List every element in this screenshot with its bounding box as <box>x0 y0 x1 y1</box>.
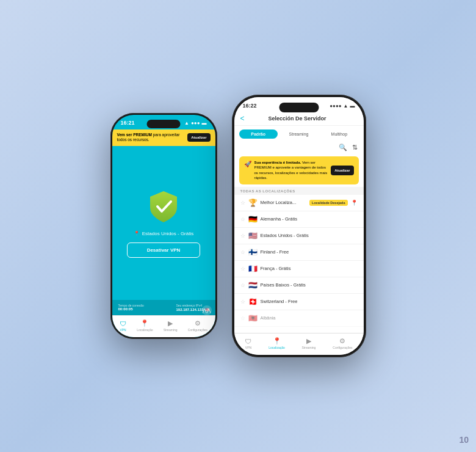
time-left: 16:21 <box>121 120 135 126</box>
star-icon-3[interactable]: ☆ <box>240 249 245 255</box>
server-item-nl[interactable]: ☆ 🇳🇱 Países Baixos - Grátis <box>234 277 364 294</box>
tab-location-right[interactable]: 📍 Localização <box>266 337 287 350</box>
filter-tabs-right: Padrão Streaming Multihop <box>234 126 364 142</box>
server-item-best[interactable]: ☆ 🏆 Melhor Localiza... Localidade Deseja… <box>234 195 364 211</box>
tab-bar-right: 🛡 VPN 📍 Localização ▶ Streaming ⚙ Config… <box>234 333 364 355</box>
tab-streaming-left[interactable]: ▶ Streaming <box>161 319 180 332</box>
connection-time: Tempo de conexão 00:00:05 <box>118 304 144 312</box>
status-icons-left: ▲ ●●● ▬ <box>184 120 206 126</box>
server-name-2: Estados Unidos - Grátis <box>261 233 358 238</box>
watermark: 10 <box>459 435 469 445</box>
location-label-left: Estados Unidos - Grátis <box>142 231 193 236</box>
section-label: TODAS AS LOCALIZAÇÕES <box>234 187 364 195</box>
right-phone: 16:22 ●●●● ▲ ▬ < Selección De Servidor P… <box>232 95 366 357</box>
flag-6: 🇨🇭 <box>248 297 258 306</box>
server-name-5: Países Baixos - Grátis <box>261 282 358 288</box>
badge-desejada: Localidade Desejada <box>309 200 347 206</box>
pin-icon-0[interactable]: 📍 <box>351 200 358 206</box>
streaming-icon-right: ▶ <box>306 337 311 345</box>
server-name-6: Switzerland - Free <box>261 299 358 304</box>
back-button[interactable]: < <box>240 114 245 123</box>
tab-streaming-right[interactable]: ▶ Streaming <box>300 337 319 350</box>
settings-icon-right: ⚙ <box>339 337 345 345</box>
flag-3: 🇫🇮 <box>248 248 258 257</box>
time-right: 16:22 <box>243 103 257 109</box>
server-name-0: Melhor Localiza... <box>261 200 307 205</box>
banner-text-left: Vem ser PREMIUM para aproveitar todos os… <box>117 133 186 143</box>
tab-vpn-left[interactable]: 🛡 VPN <box>117 319 129 332</box>
tab-streaming[interactable]: Streaming <box>279 129 318 139</box>
star-icon-5[interactable]: ☆ <box>240 282 245 288</box>
flag-0: 🏆 <box>248 199 258 207</box>
atualizar-button-right[interactable]: Atualizar <box>331 166 353 175</box>
rocket-icon: 🚀 <box>244 160 251 169</box>
flag-2: 🇺🇸 <box>248 231 258 240</box>
tab-vpn-right[interactable]: 🛡 VPN <box>242 337 254 350</box>
sort-icon[interactable]: ⇅ <box>352 144 358 151</box>
tab-settings-left[interactable]: ⚙ Configurações <box>186 319 210 332</box>
server-name-7: Albânia <box>261 315 358 321</box>
star-icon-4[interactable]: ☆ <box>240 266 245 272</box>
settings-icon: ⚙ <box>195 319 201 327</box>
server-item-de[interactable]: ☆ 🇩🇪 Alemanha - Grátis <box>234 211 364 228</box>
tab-padrao[interactable]: Padrão <box>239 129 278 139</box>
tab-bar-left: 🛡 VPN 📍 Localização ▶ Streaming ⚙ Config… <box>112 315 215 337</box>
star-icon-6[interactable]: ☆ <box>240 299 245 305</box>
vpn-icon: 🛡 <box>120 320 126 327</box>
search-sort-row: 🔍 ⇅ <box>234 142 364 154</box>
dynamic-island <box>147 120 181 128</box>
nav-header-right: < Selección De Servidor <box>234 112 364 126</box>
tab-multihop[interactable]: Multihop <box>320 129 358 139</box>
shield-icon <box>145 188 182 225</box>
location-display-left: 📍 Estados Unidos - Grátis <box>134 231 193 236</box>
dynamic-island-right <box>279 103 319 112</box>
server-item-us[interactable]: ☆ 🇺🇸 Estados Unidos - Grátis <box>234 228 364 244</box>
server-item-fi[interactable]: ☆ 🇫🇮 Finland - Free <box>234 244 364 261</box>
flag-1: 🇩🇪 <box>248 215 258 224</box>
main-content-left: 📍 Estados Unidos - Grátis Desativar VPN <box>112 146 215 300</box>
server-name-4: França - Grátis <box>261 266 358 271</box>
left-phone: 16:21 ▲ ●●● ▬ Vem ser PREMIUM para aprov… <box>110 113 217 339</box>
premium-banner-right: 🚀 Sua experiência é limitada. Vem ser PR… <box>239 156 359 184</box>
server-list: ☆ 🏆 Melhor Localiza... Localidade Deseja… <box>234 195 364 333</box>
star-icon-0[interactable]: ☆ <box>240 200 245 206</box>
server-item-al[interactable]: ☆ 🇦🇱 Albânia <box>234 310 364 327</box>
location-icon-right: 📍 <box>273 337 281 345</box>
atualizar-button-left[interactable]: Atualizar <box>187 133 210 142</box>
location-icon: 📍 <box>140 319 149 327</box>
star-icon-2[interactable]: ☆ <box>240 233 245 239</box>
flag-4: 🇫🇷 <box>248 264 258 273</box>
search-icon[interactable]: 🔍 <box>339 144 347 151</box>
server-item-ch[interactable]: ☆ 🇨🇭 Switzerland - Free <box>234 294 364 310</box>
tab-settings-right[interactable]: ⚙ Configurações <box>330 337 355 350</box>
server-name-3: Finland - Free <box>261 249 358 255</box>
tab-location-left[interactable]: 📍 Localização <box>134 319 155 332</box>
vpn-icon-right: 🛡 <box>245 338 251 345</box>
streaming-icon: ▶ <box>168 319 173 327</box>
star-icon-1[interactable]: ☆ <box>240 216 245 222</box>
status-icons-right: ●●●● ▲ ▬ <box>330 103 355 109</box>
nav-title-right: Selección De Servidor <box>250 115 345 122</box>
server-item-fr[interactable]: ☆ 🇫🇷 França - Grátis <box>234 261 364 277</box>
server-name-1: Alemanha - Grátis <box>261 216 358 222</box>
star-icon-7[interactable]: ☆ <box>240 315 245 321</box>
deactivate-vpn-button[interactable]: Desativar VPN <box>127 242 200 258</box>
bottom-info-left: Tempo de conexão 00:00:05 Seu endereço I… <box>112 300 215 315</box>
flag-5: 🇳🇱 <box>248 281 258 290</box>
premium-banner-left: Vem ser PREMIUM para aproveitar todos os… <box>112 129 215 146</box>
flag-7: 🇦🇱 <box>248 314 258 323</box>
